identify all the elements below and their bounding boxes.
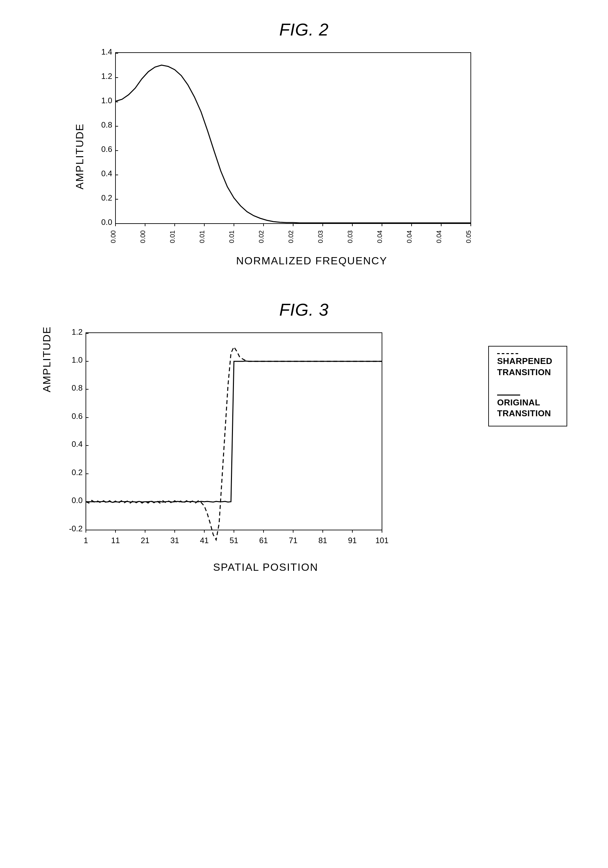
svg-text:0.02: 0.02 xyxy=(258,231,265,243)
fig3-chart-with-axes: -0.2 0.0 0.2 0.4 0.6 0.8 1.0 1.2 xyxy=(56,326,475,574)
svg-text:61: 61 xyxy=(259,536,268,545)
svg-text:91: 91 xyxy=(348,536,357,545)
svg-text:0.8: 0.8 xyxy=(72,383,82,392)
fig2-chart-with-axes: 0.0 0.2 0.4 0.6 0.8 1.0 1.2 1.4 xyxy=(89,46,534,267)
svg-text:0.4: 0.4 xyxy=(72,440,82,448)
svg-text:1.0: 1.0 xyxy=(101,96,112,105)
svg-text:1.2: 1.2 xyxy=(101,72,112,81)
fig2-container: FIG. 2 AMPLITUDE 0.0 0.2 0.4 0.6 xyxy=(74,20,534,267)
svg-text:31: 31 xyxy=(170,536,179,545)
fig2-x-axis-label: NORMALIZED FREQUENCY xyxy=(89,255,534,267)
svg-text:11: 11 xyxy=(111,536,120,545)
fig2-title: FIG. 2 xyxy=(279,20,329,39)
svg-text:0.03: 0.03 xyxy=(317,231,324,243)
svg-text:0.04: 0.04 xyxy=(376,231,383,243)
svg-text:0.04: 0.04 xyxy=(435,231,443,243)
svg-text:0.01: 0.01 xyxy=(198,231,205,243)
legend-sharpened-label: SHARPENEDTRANSITION xyxy=(497,356,558,378)
legend-original-label: ORIGINALTRANSITION xyxy=(497,397,558,420)
svg-rect-0 xyxy=(115,53,471,223)
svg-text:41: 41 xyxy=(200,536,209,545)
svg-text:0.0: 0.0 xyxy=(101,218,112,226)
svg-text:-0.2: -0.2 xyxy=(69,524,82,533)
original-transition-line xyxy=(86,361,382,502)
legend-sharpened-line-row xyxy=(497,353,558,354)
svg-text:51: 51 xyxy=(230,536,238,545)
svg-text:81: 81 xyxy=(319,536,327,545)
svg-text:0.00: 0.00 xyxy=(110,231,117,243)
svg-text:1.2: 1.2 xyxy=(72,327,82,336)
fig3-container: FIG. 3 AMPLITUDE -0.2 0.0 0.2 0.4 xyxy=(41,300,567,574)
svg-text:0.6: 0.6 xyxy=(101,145,112,153)
svg-text:1.4: 1.4 xyxy=(101,47,112,56)
legend-item-original: ORIGINALTRANSITION xyxy=(497,395,558,420)
page: FIG. 2 AMPLITUDE 0.0 0.2 0.4 0.6 xyxy=(0,0,608,868)
svg-text:0.01: 0.01 xyxy=(228,231,235,243)
svg-text:0.02: 0.02 xyxy=(287,231,294,243)
fig3-chart-area: AMPLITUDE -0.2 0.0 0.2 0.4 0. xyxy=(41,326,567,574)
legend-sharpened-line xyxy=(497,353,520,354)
svg-text:0.0: 0.0 xyxy=(72,496,82,505)
legend-original-line xyxy=(497,395,520,395)
fig2-svg: 0.0 0.2 0.4 0.6 0.8 1.0 1.2 1.4 xyxy=(89,46,484,250)
fig3-svg: -0.2 0.0 0.2 0.4 0.6 0.8 1.0 1.2 xyxy=(56,326,402,556)
svg-text:0.05: 0.05 xyxy=(465,231,472,243)
svg-text:0.4: 0.4 xyxy=(101,169,112,178)
svg-text:0.2: 0.2 xyxy=(101,193,112,202)
svg-text:1.0: 1.0 xyxy=(72,355,82,364)
fig2-y-axis-label: AMPLITUDE xyxy=(74,123,86,189)
fig3-x-axis-label: SPATIAL POSITION xyxy=(56,561,475,574)
svg-text:71: 71 xyxy=(289,536,298,545)
svg-text:0.2: 0.2 xyxy=(72,468,82,477)
svg-text:0.00: 0.00 xyxy=(139,231,146,243)
fig3-legend: SHARPENEDTRANSITION ORIGINALTRANSITION xyxy=(488,346,567,426)
svg-text:0.04: 0.04 xyxy=(406,231,413,243)
svg-text:0.03: 0.03 xyxy=(347,231,354,243)
svg-text:101: 101 xyxy=(375,536,389,545)
fig3-title: FIG. 3 xyxy=(279,300,329,319)
fig3-y-axis-label: AMPLITUDE xyxy=(41,326,53,392)
svg-text:0.01: 0.01 xyxy=(169,231,176,243)
legend-item-sharpened: SHARPENEDTRANSITION xyxy=(497,353,558,378)
svg-text:21: 21 xyxy=(141,536,150,545)
fig2-chart-area: AMPLITUDE 0.0 0.2 0.4 0.6 0.8 xyxy=(74,46,534,267)
svg-text:1: 1 xyxy=(84,536,88,545)
legend-original-line-row xyxy=(497,395,558,395)
svg-text:0.6: 0.6 xyxy=(72,412,82,420)
svg-text:0.8: 0.8 xyxy=(101,120,112,129)
